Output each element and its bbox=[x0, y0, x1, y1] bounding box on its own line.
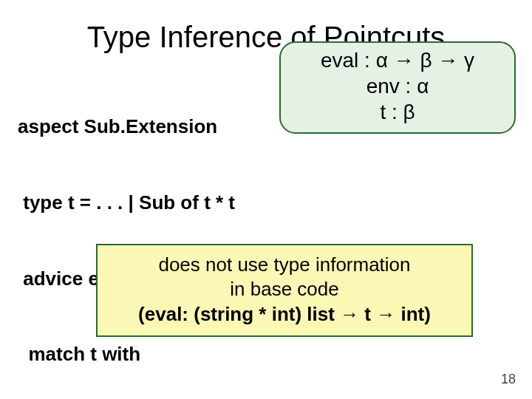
note-line2: in base code bbox=[106, 277, 463, 301]
note-line1: does not use type information bbox=[106, 253, 463, 277]
code-line-4: match t with bbox=[18, 341, 514, 366]
page-number: 18 bbox=[501, 372, 516, 387]
code-line-2-text: type t = . . . | Sub of t * t bbox=[18, 191, 235, 214]
code-line-4-text: match t with bbox=[18, 343, 140, 365]
note-callout: does not use type information in base co… bbox=[96, 244, 473, 337]
note-line3: (eval: (string * int) list → t → int) bbox=[106, 302, 463, 327]
slide: Type Inference of Pointcuts eval : α → β… bbox=[0, 0, 532, 399]
code-line-1: aspect Sub.Extension bbox=[18, 114, 514, 139]
code-block: aspect Sub.Extension type t = . . . | Su… bbox=[18, 63, 514, 399]
code-line-1-text: aspect Sub.Extension bbox=[18, 115, 217, 137]
code-line-2: type t = . . . | Sub of t * t bbox=[18, 190, 514, 215]
